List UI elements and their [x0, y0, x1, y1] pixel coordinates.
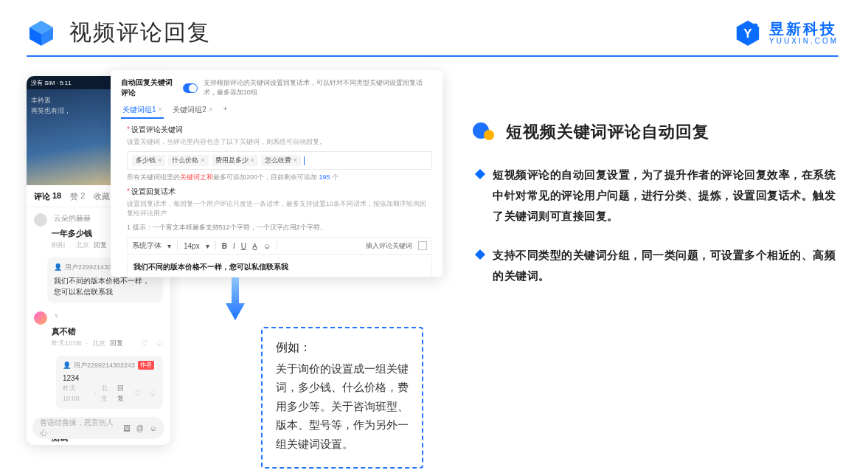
auto-reply-desc: 支持根据评论的关键词设置回复话术，可以针对不同类型关键词设置回复话术，最多添加1… [204, 78, 432, 97]
example-body: 关于询价的设置成一组关键词，多少钱、什么价格，费用多少等。关于咨询班型、版本、型… [276, 360, 409, 454]
svg-point-5 [754, 23, 758, 27]
bullet-2: 支持不同类型的关键词分组，同一类问题，可设置多个相近的、高频的关键词。 [476, 245, 839, 286]
example-callout: 例如： 关于询价的设置成一组关键词，多少钱、什么价格，费用多少等。关于咨询班型、… [261, 327, 423, 469]
brand-logo: Y 昱新科技 YUUXIN.COM [734, 19, 839, 47]
user-icon: 👤 [54, 263, 62, 273]
header-divider [27, 55, 839, 57]
keyword-input[interactable]: 多少钱× 什么价格× 费用是多少× 怎么收费× [127, 151, 432, 170]
auto-reply-label: 自动回复关键词评论 [121, 77, 177, 98]
add-group-button[interactable]: + [221, 103, 229, 119]
comment-input[interactable]: 善语结善缘，恶言伤人心 🖼 @ ☺ [32, 417, 164, 439]
bold-icon: B [222, 242, 227, 250]
arrow-down-icon [224, 277, 246, 325]
keyword-group-tab-2[interactable]: 关键词组2 × [171, 103, 214, 119]
italic-icon: I [233, 242, 235, 250]
editor-toolbar[interactable]: 系统字体▾ 14px▾ B I U A̲ ☺ 插入评论关键词 [127, 237, 432, 255]
chat-bubble-icon [472, 120, 496, 144]
comment-2: ♀ 真不错 昨天10:08·北京 回复 ♡♤ [27, 305, 170, 348]
emoji-icon: ☺ [263, 242, 271, 250]
emoji-icon: ☺ [150, 424, 157, 432]
insert-keyword-button[interactable]: 插入评论关键词 [366, 241, 412, 251]
tab-fav[interactable]: 收藏 [94, 191, 110, 202]
brand-name-cn: 昱新科技 [769, 21, 839, 37]
svg-point-7 [484, 130, 494, 140]
brand-icon: Y [734, 19, 762, 47]
reply-label: *设置回复话术 [127, 187, 432, 197]
reply-tip: 1 提示：一个富文本框最多支持512个字符，一个汉字占用2个字符。 [127, 223, 432, 232]
settings-panel: 自动回复关键词评论 支持根据评论的关键词设置回复话术，可以针对不同类型关键词设置… [111, 70, 442, 277]
dislike-icon: ♤ [149, 387, 156, 400]
mention-icon: @ [136, 424, 144, 432]
reply-hint: 设置回复话术，每回复一个用户评论只发送一条话术，最多支持设置10条不同话术，按添… [127, 199, 432, 218]
auto-reply-toggle[interactable] [183, 83, 198, 93]
keyword-note: 所有关键词组里的关键词之和最多可添加200个，目前剩余可添加 195 个 [127, 173, 432, 182]
font-color-icon: A̲ [252, 242, 257, 250]
heart-icon: ♡ [134, 387, 142, 400]
dislike-icon: ♤ [156, 339, 163, 348]
brand-name-en: YUUXIN.COM [769, 37, 839, 45]
tab-likes[interactable]: 赞 2 [70, 191, 85, 202]
svg-text:Y: Y [743, 26, 752, 40]
avatar [34, 311, 47, 325]
example-title: 例如： [276, 340, 409, 356]
reply-editor[interactable]: 我们不同的版本价格不一样，您可以私信联系我 [127, 258, 432, 277]
user-icon: 👤 [63, 361, 71, 371]
cube-icon [27, 18, 56, 48]
auto-reply-2: 👤用户2299214302243作者 1234 昨天10:08·北京 回复 ♡♤ [56, 356, 163, 409]
heart-icon: ♡ [141, 339, 148, 348]
keyword-label: *设置评论关键词 [127, 125, 432, 135]
page-title: 视频评论回复 [69, 18, 211, 48]
underline-icon: U [241, 242, 246, 250]
bullet-1: 短视频评论的自动回复设置，为了提升作者的评论回复效率，在系统中针对常见的评论用户… [476, 165, 839, 226]
expand-icon [418, 241, 427, 250]
keyword-hint: 设置关键词，当评论里内容包含了以下关键词，则系统可自动回复。 [127, 137, 432, 147]
avatar [34, 213, 47, 227]
keyword-group-tab-1[interactable]: 关键词组1 × [121, 103, 164, 119]
image-icon: 🖼 [123, 424, 131, 432]
section-title: 短视频关键词评论自动回复 [506, 121, 709, 143]
tab-comments[interactable]: 评论 18 [34, 191, 61, 202]
